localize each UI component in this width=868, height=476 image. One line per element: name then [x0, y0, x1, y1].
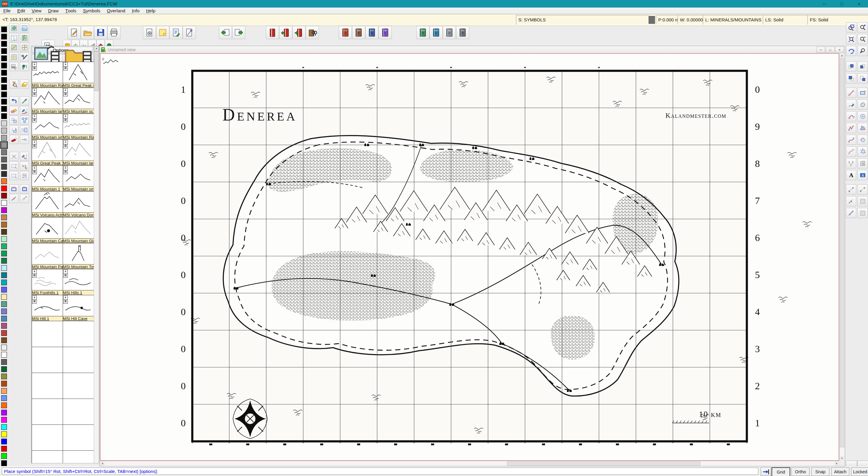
- copy-button[interactable]: [9, 116, 19, 125]
- palette-color[interactable]: [1, 84, 7, 90]
- palette-color[interactable]: [1, 432, 7, 437]
- palette-color[interactable]: [1, 265, 7, 271]
- palette-color[interactable]: [1, 323, 7, 329]
- circle-button[interactable]: [858, 111, 868, 121]
- save-button[interactable]: [94, 26, 107, 39]
- poly-edit-button[interactable]: [858, 123, 868, 133]
- menu-overland[interactable]: Overland: [104, 7, 129, 14]
- catalog-find-button[interactable]: [306, 26, 319, 39]
- palette-color[interactable]: [1, 142, 7, 148]
- palette-color[interactable]: [1, 424, 7, 430]
- split-line-button[interactable]: [20, 194, 29, 203]
- send-back-button[interactable]: [858, 61, 868, 72]
- map-detail-button[interactable]: [20, 24, 29, 33]
- palette-color[interactable]: [1, 41, 7, 47]
- catalog-symbol-cell[interactable]: +RMSi Mountain larg: [32, 88, 63, 114]
- path-button[interactable]: [846, 123, 856, 133]
- catalog-empty-cell[interactable]: [32, 321, 63, 347]
- prev-map-button[interactable]: [219, 26, 232, 39]
- palette-color[interactable]: [1, 316, 7, 321]
- palette-color[interactable]: [1, 207, 7, 213]
- delete-node-button[interactable]: -: [9, 171, 19, 180]
- catalog-symbol-cell[interactable]: +RMSi Mountain 1: [32, 165, 63, 192]
- text-spec-button[interactable]: A: [858, 170, 868, 180]
- palette-color[interactable]: [1, 34, 7, 39]
- menu-tools[interactable]: Tools: [62, 7, 80, 14]
- palette-color[interactable]: [1, 366, 7, 372]
- palette-color[interactable]: [1, 330, 7, 336]
- multipoly-button[interactable]: [9, 184, 19, 193]
- eyedropper-button[interactable]: [20, 96, 29, 105]
- catalog-symbol-cell[interactable]: MSi Volcano Dorm: [63, 191, 94, 218]
- palette-color[interactable]: [1, 251, 7, 256]
- symbol-place-button[interactable]: [9, 62, 19, 71]
- catalog-import-button[interactable]: [279, 26, 292, 39]
- palette-color[interactable]: [1, 27, 7, 32]
- current-color-chip[interactable]: [649, 16, 655, 24]
- catalog-symbol-cell[interactable]: MSi Volcano Activ: [32, 191, 63, 218]
- view-minimize-button[interactable]: ─: [816, 47, 825, 53]
- menu-symbols[interactable]: Symbols: [80, 7, 104, 14]
- palette-color[interactable]: [1, 301, 7, 307]
- scroll-down-icon[interactable]: ▼: [840, 456, 844, 461]
- grid-tool-button[interactable]: [9, 53, 19, 61]
- menu-draw[interactable]: Draw: [45, 7, 62, 14]
- palette-color[interactable]: [1, 92, 7, 97]
- open-button[interactable]: [81, 26, 94, 39]
- catalog-empty-cell[interactable]: [32, 399, 63, 425]
- horizontal-scrollbar[interactable]: ◄ ►: [100, 461, 839, 466]
- book-per-button[interactable]: PER: [416, 26, 430, 39]
- scroll-up-icon[interactable]: ▲: [840, 53, 844, 58]
- catalog-scroll-thumb[interactable]: [94, 51, 98, 91]
- command-input[interactable]: Place symbol (Shift=15° Rot, Shift+Ctrl=…: [2, 468, 758, 475]
- palette-color[interactable]: [1, 157, 7, 162]
- blank-button[interactable]: [857, 461, 868, 467]
- blank-button[interactable]: [846, 461, 857, 467]
- catalog-empty-cell[interactable]: [63, 450, 94, 463]
- catalog-symbol-cell[interactable]: +RMSi Hills 1: [63, 269, 94, 295]
- polygon-button[interactable]: [858, 99, 868, 110]
- erase-node-button[interactable]: [858, 196, 868, 207]
- map-drawing[interactable]: 10000000000987654321 10 km Denerea Kalan…: [100, 54, 839, 461]
- palette-color[interactable]: [1, 287, 7, 292]
- edit-drawing-button[interactable]: [183, 26, 196, 39]
- notes-button[interactable]: [156, 26, 169, 39]
- align-button[interactable]: [20, 171, 29, 180]
- map-overview-button[interactable]: [9, 24, 19, 33]
- view-restore-button[interactable]: □: [826, 47, 835, 53]
- fractalize-button[interactable]: [20, 135, 29, 144]
- map-canvas[interactable]: 10000000000987654321 10 km Denerea Kalan…: [100, 53, 839, 461]
- catalog-symbol-cell[interactable]: +RMSi Mountain larg: [63, 139, 94, 166]
- dimension-button[interactable]: [846, 184, 856, 195]
- catalog-symbol-cell[interactable]: +RMSi Mountain sm: [32, 114, 63, 140]
- palette-color[interactable]: [1, 244, 7, 249]
- drawing-list-button[interactable]: [169, 26, 183, 39]
- curve-button[interactable]: [846, 135, 856, 145]
- layer-status-field[interactable]: L: MINERALS/MOUNTAINS: [703, 15, 765, 25]
- palette-color[interactable]: [1, 200, 7, 206]
- palette-color[interactable]: [1, 63, 7, 68]
- palette-color[interactable]: [1, 70, 7, 75]
- book-cd3-button[interactable]: CD3: [365, 26, 378, 39]
- catalog-scroll-up-icon[interactable]: ▲: [94, 46, 99, 51]
- line-button[interactable]: [846, 88, 856, 98]
- dimension-2-button[interactable]: [858, 184, 868, 195]
- toggle-grid[interactable]: Grid: [772, 467, 790, 476]
- catalog-empty-cell[interactable]: [32, 424, 63, 451]
- rectangle-button[interactable]: [858, 88, 868, 98]
- palette-color[interactable]: [1, 215, 7, 220]
- catalog-empty-cell[interactable]: [32, 373, 63, 399]
- palette-color[interactable]: [1, 395, 7, 401]
- catalog-symbol-cell[interactable]: MSi Mountain Gla: [63, 217, 94, 244]
- vertical-scroll-thumb[interactable]: [840, 58, 844, 447]
- stretch-button[interactable]: [20, 125, 29, 134]
- palette-color[interactable]: [1, 388, 7, 394]
- view-window-title-bar[interactable]: Unnamed view ─ □ ×: [100, 46, 845, 54]
- palette-color[interactable]: [1, 352, 7, 358]
- palette-color[interactable]: [1, 280, 7, 285]
- vertical-scrollbar[interactable]: ▲ ▼: [839, 53, 844, 461]
- fractal-path-button[interactable]: [846, 147, 856, 157]
- door-tool-button[interactable]: [20, 184, 29, 193]
- palette-color[interactable]: [1, 460, 7, 466]
- catalog-symbol-cell[interactable]: +RMSi Great Peak sc: [63, 62, 94, 88]
